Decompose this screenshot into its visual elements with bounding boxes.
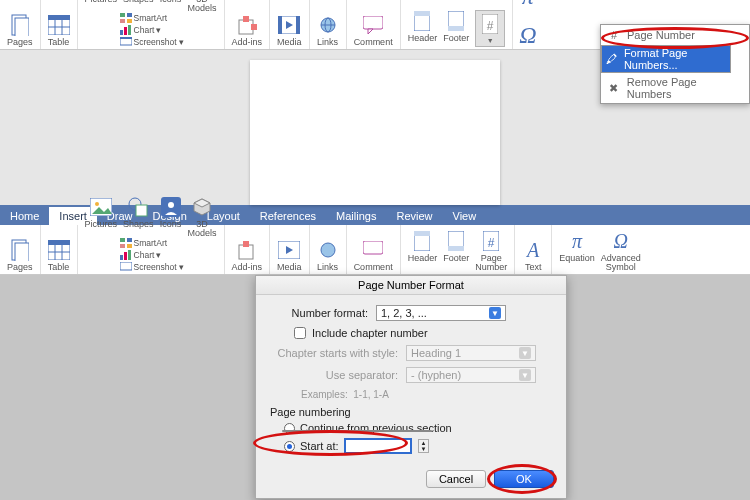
addins-button[interactable]: Add-ins (232, 14, 263, 47)
3d-models-button-2[interactable]: 3D Models (188, 196, 217, 238)
tab-view[interactable]: View (443, 207, 487, 225)
media-label: Media (277, 38, 302, 47)
svg-rect-23 (239, 20, 253, 34)
smartart-button-2[interactable]: SmartArt (120, 238, 184, 248)
icons-icon (160, 196, 182, 218)
pages-button[interactable]: Pages (7, 14, 33, 47)
start-at-stepper[interactable]: ▲▼ (418, 439, 430, 453)
svg-rect-18 (120, 30, 123, 35)
pictures-button[interactable]: Pictures (85, 0, 118, 13)
table-button-2[interactable]: Table (48, 239, 70, 272)
tab-review[interactable]: Review (386, 207, 442, 225)
svg-rect-36 (448, 26, 464, 31)
format-icon: 🖍 (606, 52, 618, 66)
menu-format-page-numbers[interactable]: 🖍Format Page Numbers... (601, 45, 731, 73)
symbol-glyph[interactable]: Ω (519, 22, 536, 49)
icons-label: Icons (160, 0, 182, 4)
include-chapter-check[interactable] (294, 327, 306, 339)
footer-label: Footer (443, 34, 469, 43)
start-at-radio[interactable] (284, 441, 295, 452)
page-number-button-2[interactable]: #Page Number (475, 230, 507, 272)
table-icon (48, 14, 70, 36)
links-button[interactable]: Links (317, 14, 339, 47)
menu-remove-page-numbers[interactable]: ✖Remove Page Numbers (601, 73, 749, 103)
screenshot-button-2[interactable]: Screenshot ▾ (120, 262, 184, 272)
continue-label: Continue from previous section (300, 422, 452, 434)
dialog-title: Page Number Format (256, 276, 566, 295)
svg-rect-24 (243, 16, 249, 22)
pictures-label: Pictures (85, 0, 118, 4)
svg-rect-3 (48, 15, 70, 20)
header-button[interactable]: Header (408, 10, 438, 47)
menu-page-number[interactable]: #Page Number (601, 25, 749, 45)
pages-icon (9, 14, 31, 36)
chevron-down-icon: ▼ (489, 307, 501, 319)
media-icon (278, 14, 300, 36)
icons-button[interactable]: Icons (160, 0, 182, 13)
tab-home[interactable]: Home (0, 207, 49, 225)
svg-rect-60 (239, 245, 253, 259)
pictures-button-2[interactable]: Pictures (85, 196, 118, 238)
screenshot-button[interactable]: Screenshot ▾ (120, 37, 184, 47)
header-icon (411, 10, 433, 32)
comment-button-2[interactable]: Comment (354, 239, 393, 272)
footer-icon (445, 230, 467, 252)
symbols-group: A π Ω (513, 0, 542, 49)
shapes-button[interactable]: Shapes (123, 0, 154, 13)
shapes-label: Shapes (123, 0, 154, 4)
svg-rect-53 (127, 238, 132, 242)
chart-button-2[interactable]: Chart ▾ (120, 250, 184, 260)
tab-references[interactable]: References (250, 207, 326, 225)
examples-text: Examples: 1-1, 1-A (301, 389, 548, 400)
equation-glyph[interactable]: π (522, 0, 534, 10)
svg-rect-34 (414, 11, 430, 16)
ok-button[interactable]: OK (494, 470, 554, 488)
separator-label: Use separator: (266, 369, 406, 381)
header-label: Header (408, 34, 438, 43)
svg-rect-64 (363, 241, 383, 254)
page-number-split-button[interactable]: #▼ (475, 10, 505, 47)
media-icon (278, 239, 300, 261)
comment-icon (362, 239, 384, 261)
shapes-button-2[interactable]: Shapes (123, 196, 154, 238)
addins-icon (236, 239, 258, 261)
pictures-icon (90, 196, 112, 218)
page-number-icon: # (479, 13, 501, 35)
chevron-down-icon: ▼ (419, 446, 429, 452)
svg-rect-32 (363, 16, 383, 29)
table-label: Table (48, 38, 70, 47)
addins-label: Add-ins (232, 38, 263, 47)
cancel-button[interactable]: Cancel (426, 470, 486, 488)
advanced-symbol-button[interactable]: ΩAdvanced Symbol (601, 230, 641, 272)
svg-rect-15 (127, 13, 132, 17)
equation-button[interactable]: πEquation (559, 230, 595, 272)
tab-mailings[interactable]: Mailings (326, 207, 386, 225)
table-button[interactable]: Table (48, 14, 70, 47)
smartart-button[interactable]: SmartArt (120, 13, 184, 23)
remove-icon: ✖ (607, 81, 621, 95)
addins-icon (236, 14, 258, 36)
addins-button-2[interactable]: Add-ins (232, 239, 263, 272)
footer-button[interactable]: Footer (443, 10, 469, 47)
comment-button[interactable]: Comment (354, 14, 393, 47)
svg-rect-55 (127, 244, 132, 248)
media-button-2[interactable]: Media (277, 239, 302, 272)
footer-button-2[interactable]: Footer (443, 230, 469, 272)
blank-page[interactable] (250, 60, 500, 205)
annotation-strike (282, 430, 432, 432)
pages-button-2[interactable]: Pages (7, 239, 33, 272)
svg-rect-59 (120, 262, 132, 270)
screenshot-icon (120, 37, 132, 47)
number-format-select[interactable]: 1, 2, 3, ...▼ (376, 305, 506, 321)
page-numbering-header: Page numbering (270, 406, 548, 418)
links-button-2[interactable]: Links (317, 239, 339, 272)
icons-button-2[interactable]: Icons (160, 196, 182, 238)
3d-models-button[interactable]: 3D Models (188, 0, 217, 13)
pages-icon (9, 239, 31, 261)
text-button[interactable]: AText (522, 239, 544, 272)
media-button[interactable]: Media (277, 14, 302, 47)
number-format-label: Number format: (266, 307, 376, 319)
start-at-input[interactable] (344, 438, 412, 454)
chart-button[interactable]: Chart ▾ (120, 25, 184, 35)
header-button-2[interactable]: Header (408, 230, 438, 272)
